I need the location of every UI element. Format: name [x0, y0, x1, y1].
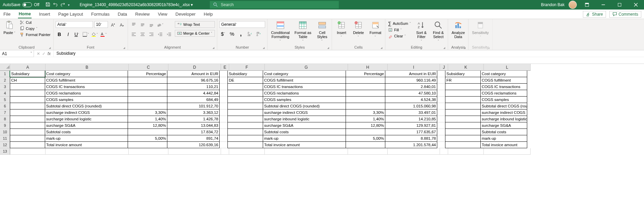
cell-I9[interactable]: 129.927,81	[385, 122, 437, 129]
tab-data[interactable]: Data	[117, 10, 128, 18]
cell-G12[interactable]: Total invoice amount	[263, 141, 346, 148]
row-header-13[interactable]: 13	[0, 148, 10, 155]
cell-J1[interactable]	[437, 71, 445, 77]
cell-J6[interactable]	[437, 103, 445, 109]
cell-F1[interactable]: Subsidiary	[227, 70, 263, 77]
cell-H11[interactable]: 5,00%	[346, 135, 385, 142]
cell-J4[interactable]	[437, 90, 445, 97]
tab-developer[interactable]: Developer	[175, 10, 196, 18]
cell-C9[interactable]: 12,80%	[128, 122, 167, 129]
row-header-5[interactable]: 5	[0, 97, 10, 103]
save-icon[interactable]	[45, 2, 50, 8]
align-left-icon[interactable]	[130, 31, 137, 38]
cell-F8[interactable]	[227, 116, 263, 122]
cell-K11[interactable]	[445, 135, 481, 142]
select-all-corner[interactable]	[0, 64, 10, 71]
cell-K7[interactable]	[445, 109, 481, 116]
cell-K5[interactable]	[445, 96, 481, 103]
close-icon[interactable]	[630, 0, 642, 10]
cell-L11[interactable]: mark-up	[480, 135, 527, 142]
cell-D3[interactable]: 110,21	[167, 83, 220, 90]
tab-formulas[interactable]: Formulas	[91, 10, 110, 18]
cell-K3[interactable]	[445, 83, 481, 90]
row-header-9[interactable]: 9	[0, 122, 10, 129]
column-header-G[interactable]: G	[265, 64, 348, 71]
tab-insert[interactable]: Insert	[38, 10, 51, 18]
tab-file[interactable]: File	[3, 10, 11, 18]
cell-I7[interactable]: 33.497,01	[385, 109, 437, 116]
cell-A7[interactable]	[10, 109, 45, 116]
tab-review[interactable]: Review	[134, 10, 150, 18]
comma-format-icon[interactable]: ,	[237, 30, 244, 37]
cell-J5[interactable]	[437, 97, 445, 103]
conditional-formatting-button[interactable]: Conditional Formatting	[270, 20, 291, 44]
column-header-A[interactable]: A	[10, 64, 45, 71]
tab-help[interactable]: Help	[203, 10, 214, 18]
align-bottom-icon[interactable]	[148, 21, 155, 29]
cell-L4[interactable]: COGS reclamations	[480, 90, 527, 97]
cell-G5[interactable]: COGS samples	[263, 96, 346, 103]
cell-F4[interactable]	[227, 90, 263, 97]
cell-A5[interactable]	[10, 96, 45, 103]
cell-A2[interactable]: CH	[10, 77, 45, 84]
cell-J13[interactable]	[440, 148, 448, 155]
fill-button[interactable]: Fill	[387, 27, 412, 33]
decrease-font-icon[interactable]: A▾	[118, 21, 126, 29]
qat-customize-icon[interactable]: ▾	[68, 3, 70, 7]
tab-view[interactable]: View	[157, 10, 168, 18]
align-top-icon[interactable]	[130, 21, 137, 29]
cell-E3[interactable]	[220, 84, 228, 90]
cell-H8[interactable]: 1,40%	[346, 116, 385, 122]
cell-J2[interactable]	[437, 77, 445, 84]
worksheet-grid[interactable]: ABCDEFGHIJKL 1SubsidiaryCost categoryPer…	[0, 64, 644, 155]
cell-A12[interactable]	[10, 141, 45, 148]
column-header-C[interactable]: C	[129, 64, 168, 71]
analyze-data-button[interactable]: Analyze Data	[450, 20, 466, 39]
cell-I13[interactable]	[388, 148, 440, 155]
cell-E1[interactable]	[220, 71, 228, 77]
cell-B8[interactable]: surcharge inbound logistic	[45, 116, 128, 122]
border-button[interactable]	[82, 31, 90, 38]
enter-formula-icon[interactable]: ✓	[42, 51, 45, 56]
cell-G7[interactable]: surcharge indirect COGS	[263, 109, 346, 116]
column-header-B[interactable]: B	[45, 64, 129, 71]
undo-icon[interactable]	[53, 2, 58, 8]
cell-K2[interactable]: FR	[445, 77, 481, 84]
delete-cells-button[interactable]: ×Delete	[351, 20, 366, 39]
cell-I8[interactable]: 14.210,85	[385, 116, 437, 122]
cell-G13[interactable]	[265, 148, 348, 155]
cell-G6[interactable]: Subtotal direct COGS (rounded)	[263, 103, 346, 109]
cell-L2[interactable]: COGS fulfillment	[480, 77, 527, 84]
share-button[interactable]: Share	[583, 11, 606, 18]
cell-A13[interactable]	[10, 148, 45, 155]
cell-D4[interactable]: 4.442,84	[167, 90, 220, 97]
cell-F12[interactable]	[227, 141, 263, 148]
clear-button[interactable]: Clear	[387, 33, 412, 39]
cell-I4[interactable]: 47.580,10	[385, 90, 437, 97]
cell-J8[interactable]	[437, 116, 445, 122]
underline-button[interactable]: U	[73, 31, 81, 38]
cut-button[interactable]: Cut	[19, 20, 51, 25]
cell-styles-button[interactable]: Cell Styles	[315, 20, 330, 44]
cell-I11[interactable]: 8.881,78	[385, 135, 437, 142]
cell-B3[interactable]: COGS IC transactions	[45, 83, 128, 90]
cell-C13[interactable]	[129, 148, 168, 155]
font-size-select[interactable]: 10	[94, 21, 108, 28]
cell-K9[interactable]	[445, 122, 481, 129]
cell-H9[interactable]: 12,80%	[346, 122, 385, 129]
cell-F2[interactable]: DE	[227, 77, 263, 84]
cell-G8[interactable]: surcharge inbound logistic	[263, 116, 346, 122]
cell-F5[interactable]	[227, 96, 263, 103]
cell-E10[interactable]	[220, 129, 228, 135]
increase-decimal-icon[interactable]: .0.00	[246, 30, 253, 37]
minimize-icon[interactable]	[597, 0, 609, 10]
cell-E12[interactable]	[220, 142, 228, 148]
tab-page-layout[interactable]: Page Layout	[58, 10, 84, 18]
cell-E13[interactable]	[221, 148, 229, 155]
cell-L3[interactable]: COGS IC transactions	[480, 83, 527, 90]
row-header-4[interactable]: 4	[0, 90, 10, 97]
number-label[interactable]: Number	[219, 45, 265, 50]
cell-E4[interactable]	[220, 90, 228, 97]
cell-F9[interactable]	[227, 122, 263, 129]
cell-G2[interactable]: COGS fulfillment	[263, 77, 346, 84]
